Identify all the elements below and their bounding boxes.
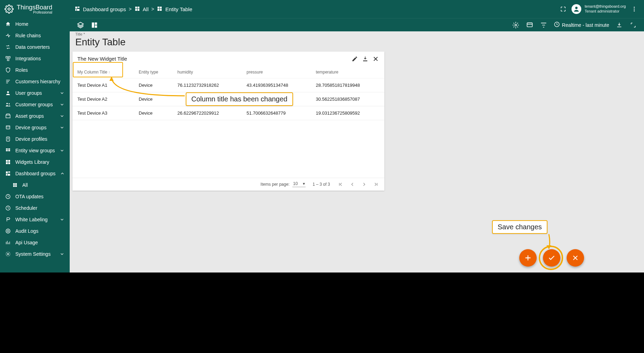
svg-rect-32 <box>78 7 79 8</box>
sidebar-item-entity-view-groups[interactable]: Entity view groups <box>0 145 70 156</box>
fullscreen-icon[interactable] <box>558 4 568 14</box>
svg-point-5 <box>6 103 8 104</box>
title-field: Title * Entity Table <box>72 31 641 50</box>
sidebar-item-dashboard-groups[interactable]: Dashboard groups <box>0 168 70 179</box>
filter-icon[interactable] <box>540 21 547 29</box>
last-page-icon[interactable] <box>373 181 380 188</box>
sidebar-item-label: White Labeling <box>15 217 55 222</box>
ota-icon <box>5 193 11 200</box>
edit-icon[interactable] <box>351 55 359 63</box>
time-window[interactable]: Realtime - last minute <box>554 21 609 29</box>
sidebar-item-all[interactable]: All <box>0 179 70 191</box>
svg-rect-42 <box>160 9 162 10</box>
chevron-down-icon <box>59 251 65 257</box>
expand-icon[interactable] <box>629 21 637 29</box>
svg-rect-17 <box>8 162 10 164</box>
col-header-temperature[interactable]: temperature <box>312 66 384 78</box>
cell-temperature: 19.031236725809592 <box>312 106 384 120</box>
svg-rect-48 <box>95 22 97 25</box>
add-button[interactable] <box>519 249 537 267</box>
apply-button[interactable] <box>543 249 560 267</box>
breadcrumb-0[interactable]: Dashboard groups <box>75 6 126 13</box>
col-header-type[interactable]: Entity type <box>135 66 173 78</box>
entity-aliases-icon[interactable] <box>526 21 534 29</box>
sidebar-item-home[interactable]: Home <box>0 18 70 30</box>
layers-icon[interactable] <box>77 21 84 29</box>
time-window-label: Realtime - last minute <box>562 22 609 28</box>
next-page-icon[interactable] <box>361 181 368 188</box>
sidebar-item-user-groups[interactable]: User groups <box>0 87 70 99</box>
svg-rect-12 <box>6 150 8 151</box>
cell-type: Device <box>135 78 173 92</box>
gear-icon[interactable] <box>512 21 520 29</box>
sidebar-item-label: Roles <box>15 67 65 73</box>
clock-icon <box>5 205 11 211</box>
svg-rect-40 <box>160 7 162 8</box>
sidebar-item-system-settings[interactable]: System Settings <box>0 248 70 260</box>
breadcrumb: Dashboard groups > All > Entity Table <box>75 6 192 13</box>
layout-icon[interactable] <box>91 21 98 29</box>
dropdown-icon: ▾ <box>303 181 305 186</box>
svg-rect-23 <box>15 183 17 185</box>
sidebar-item-data-converters[interactable]: Data converters <box>0 41 70 53</box>
col-header-pressure[interactable]: pressure <box>243 66 312 78</box>
title-field-value[interactable]: Entity Table <box>75 36 638 48</box>
more-vert-icon[interactable] <box>629 4 639 14</box>
sidebar-item-widgets-library[interactable]: Widgets Library <box>0 156 70 168</box>
sidebar-item-label: Audit Logs <box>15 228 65 234</box>
sidebar-item-api-usage[interactable]: Api Usage <box>0 237 70 248</box>
sidebar-item-ota-updates[interactable]: OTA updates <box>0 191 70 202</box>
sidebar-item-label: Scheduler <box>15 205 65 211</box>
download-icon[interactable] <box>615 21 623 29</box>
svg-rect-22 <box>13 183 15 185</box>
svg-rect-3 <box>7 59 9 61</box>
svg-rect-37 <box>135 9 137 10</box>
sidebar-item-asset-groups[interactable]: Asset groups <box>0 110 70 122</box>
sidebar-item-scheduler[interactable]: Scheduler <box>0 202 70 214</box>
brand-name: ThingsBoard <box>17 4 52 10</box>
chevron-down-icon <box>59 90 65 96</box>
col-header-humidity[interactable]: humidity <box>173 66 243 78</box>
user-block[interactable]: tenant@thingsboard.org Tenant administra… <box>572 4 626 14</box>
black-letterbox <box>0 273 644 353</box>
export-icon[interactable] <box>361 55 369 63</box>
sidebar-item-integrations[interactable]: Integrations <box>0 53 70 64</box>
breadcrumb-2[interactable]: Entity Table <box>157 6 192 13</box>
sidebar-item-audit-logs[interactable]: Audit Logs <box>0 225 70 237</box>
sidebar-item-label: Asset groups <box>15 113 55 119</box>
cancel-button[interactable] <box>567 249 584 267</box>
sidebar-item-device-groups[interactable]: Device groups <box>0 122 70 133</box>
sidebar-item-white-labeling[interactable]: White Labeling <box>0 214 70 225</box>
logo[interactable]: ThingsBoard Professional <box>0 0 70 18</box>
table-row[interactable]: Test Device A1Device76.1123273291826243.… <box>72 78 384 92</box>
ipp-select[interactable]: 10 ▾ <box>292 181 306 187</box>
svg-rect-16 <box>6 162 8 164</box>
sidebar-item-customers-hierarchy[interactable]: Customers hierarchy <box>0 76 70 87</box>
close-icon[interactable] <box>372 55 380 63</box>
grid-icon <box>157 6 162 13</box>
prev-page-icon[interactable] <box>349 181 356 188</box>
cell-humidity: 26.62296722029912 <box>173 106 243 120</box>
entity-icon <box>5 147 11 154</box>
profile-icon <box>5 136 11 142</box>
cell-pressure: 43.41936395134748 <box>243 78 312 92</box>
sidebar-item-label: Device groups <box>15 125 55 130</box>
main: Dashboard groups > All > Entity Table te… <box>70 0 644 273</box>
breadcrumb-2-label: Entity Table <box>165 6 192 12</box>
svg-rect-41 <box>158 9 159 10</box>
sidebar-item-label: Data converters <box>15 44 65 50</box>
sidebar-item-device-profiles[interactable]: Device profiles <box>0 133 70 145</box>
asset-icon <box>5 113 11 119</box>
svg-rect-2 <box>8 56 10 58</box>
first-page-icon[interactable] <box>337 181 344 188</box>
cell-humidity: 76.11232732918262 <box>173 78 243 92</box>
sidebar-item-rule-chains[interactable]: Rule chains <box>0 30 70 41</box>
table-row[interactable]: Test Device A3Device26.6229672202991251.… <box>72 106 384 120</box>
sidebar-item-label: Widgets Library <box>15 159 65 165</box>
customers-icon <box>5 101 11 108</box>
gear-icon <box>5 251 11 257</box>
sidebar-item-customer-groups[interactable]: Customer groups <box>0 99 70 110</box>
col-header-name[interactable]: My Column Title↑ <box>72 66 135 78</box>
breadcrumb-1[interactable]: All <box>135 6 149 13</box>
sidebar-item-roles[interactable]: Roles <box>0 64 70 76</box>
